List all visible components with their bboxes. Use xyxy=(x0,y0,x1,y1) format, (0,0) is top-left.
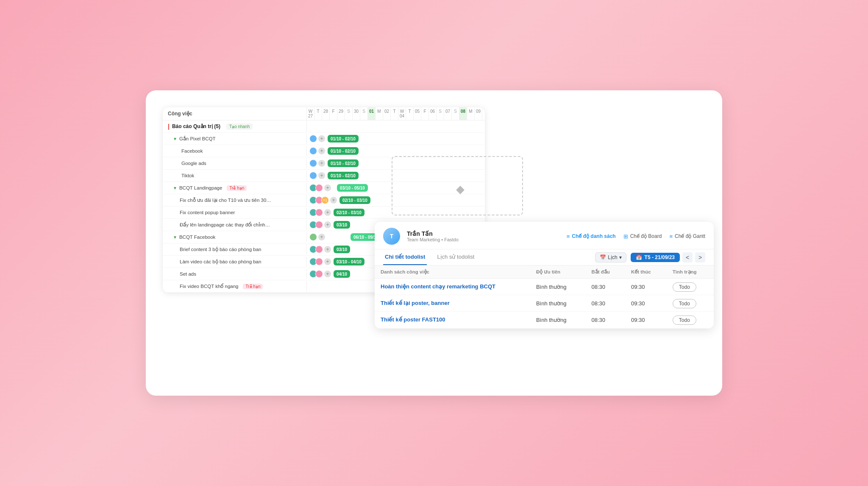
table-row: Hoàn thiện content chạy remarketing BCQT… xyxy=(375,279,714,295)
day-cell-01: 01 xyxy=(368,107,376,120)
add-assignee-button[interactable]: + xyxy=(318,148,325,154)
task-priority-1: Bình thường xyxy=(530,279,586,295)
gantt-timeline-header: W 27 T 28 F 29 S 30 S 01 M 02 T W 04 T 0… xyxy=(307,107,485,120)
subgroup2-label: BCQT Landingpage xyxy=(179,185,222,190)
tiktok-label: Tiktok xyxy=(181,173,194,178)
prev-date-button[interactable]: < xyxy=(682,252,693,263)
gantt-subgroup1-row: ▼ Gắn Pixel BCQT + 01/10 - 02/10 xyxy=(163,133,485,145)
list-icon: ≡ xyxy=(567,233,570,240)
fixvideo-label: Fix video BCQT khổ ngang xyxy=(180,283,238,289)
gantt-facebook-bar: + 01/10 - 02/10 xyxy=(307,145,485,157)
gantt-header: Công việc W 27 T 28 F 29 S 30 S 01 M 02 … xyxy=(163,107,485,120)
lich-button[interactable]: 📅 Lịch ▾ xyxy=(595,252,626,263)
day-cell: T xyxy=(391,107,398,120)
board-icon: ⊞ xyxy=(623,233,628,240)
todo-panel: T Trần Tấn Team Marketing • Fastdo ≡ Chế… xyxy=(375,222,714,329)
tab-lich-su[interactable]: Lịch sử todolist xyxy=(435,249,476,265)
arrow-icon: ▼ xyxy=(173,235,177,240)
gantt-bar-video: 03/10 - 04/10 xyxy=(334,258,364,265)
avatar xyxy=(309,159,317,167)
col-header-start: Bắt đầu xyxy=(585,265,625,279)
add-assignee-button[interactable]: + xyxy=(324,271,331,277)
day-cell: M xyxy=(467,107,475,120)
push-label: Đẩy lên landingpage các thay đổi chỉnh… xyxy=(180,222,270,227)
add-assignee-button[interactable]: + xyxy=(324,184,331,191)
gantt-bar-tiktok: 01/10 - 02/10 xyxy=(328,172,359,179)
gantt-icon: ≡ xyxy=(669,233,673,240)
task-end-3: 09:30 xyxy=(625,312,667,328)
col-header-priority: Độ ưu tiên xyxy=(530,265,586,279)
gantt-subgroup2-title: ▼ BCQT Landingpage Trễ hạn xyxy=(163,183,307,193)
day-cell: 28 xyxy=(322,107,330,120)
avatar-initials: T xyxy=(383,228,400,245)
gantt-task-fix1-title: Fix chỗ ưu đãi lại cho T10 và ưu tiên 30… xyxy=(163,195,307,205)
add-assignee-button[interactable]: + xyxy=(324,246,331,253)
view-mode-gantt[interactable]: ≡ Chế độ Gantt xyxy=(669,233,705,240)
col-header-end: Kết thúc xyxy=(625,265,667,279)
fix1-label: Fix chỗ ưu đãi lại cho T10 và ưu tiên 30… xyxy=(180,197,271,203)
add-assignee-button[interactable]: + xyxy=(324,258,331,265)
task-status-1: Todo xyxy=(667,279,714,295)
arrow-icon: ▼ xyxy=(173,137,177,141)
add-assignee-button[interactable]: + xyxy=(324,209,331,216)
day-cell: T xyxy=(406,107,414,120)
gantt-task-fixvideo-title: Fix video BCQT khổ ngang Trễ hạn xyxy=(163,281,307,291)
gantt-task-brief-title: Brief content 3 bộ báo cáo phòng ban xyxy=(163,244,307,254)
avatar xyxy=(315,221,323,229)
gantt-bar-setads: 04/10 xyxy=(334,270,350,278)
add-assignee-button[interactable]: + xyxy=(318,172,325,179)
gantt-bar-brief: 03/10 xyxy=(334,246,350,253)
brief-label: Brief content 3 bộ báo cáo phòng ban xyxy=(180,247,261,252)
dotted-selection-box xyxy=(392,156,523,215)
gantt-task-googleads-title: Google ads xyxy=(163,158,307,168)
day-cell: 05 xyxy=(414,107,421,120)
day-cell: F xyxy=(330,107,337,120)
cal-icon: 📅 xyxy=(636,254,642,260)
add-assignee-button[interactable]: + xyxy=(318,160,325,167)
add-assignee-button[interactable]: + xyxy=(318,135,325,142)
status-badge[interactable]: Todo xyxy=(673,299,696,308)
col-header-status: Tình trạng xyxy=(667,265,714,279)
avatar xyxy=(315,209,323,216)
tab-chi-tiet[interactable]: Chi tiết todolist xyxy=(383,249,427,265)
avatar-count: +1 xyxy=(321,196,329,204)
table-row: Thiết kế lại poster, banner Bình thường … xyxy=(375,295,714,312)
status-badge[interactable]: Todo xyxy=(673,316,696,325)
task-end-2: 09:30 xyxy=(625,295,667,312)
gantt-task-facebook-row: Facebook + 01/10 - 02/10 xyxy=(163,145,485,157)
create-quick-button[interactable]: Tạo nhanh xyxy=(226,123,253,130)
avatar xyxy=(309,172,317,179)
gantt-task-fix2-title: Fix content popup banner xyxy=(163,207,307,218)
gantt-task-facebook-title: Facebook xyxy=(163,146,307,156)
view-mode-list[interactable]: ≡ Chế độ danh sách xyxy=(567,233,616,240)
task-name-3[interactable]: Thiết kế poster FAST100 xyxy=(375,312,530,328)
add-assignee-button[interactable]: + xyxy=(330,197,337,204)
task-name-2[interactable]: Thiết kế lại poster, banner xyxy=(375,295,530,312)
task-name-1[interactable]: Hoàn thiện content chạy remarketing BCQT xyxy=(375,279,530,295)
day-cell: 30 xyxy=(353,107,360,120)
day-cell: 07 xyxy=(444,107,452,120)
task-priority-2: Bình thường xyxy=(530,295,586,312)
user-sub: Team Marketing • Fastdo xyxy=(407,237,560,242)
fix2-label: Fix content popup banner xyxy=(180,210,235,215)
task-end-1: 09:30 xyxy=(625,279,667,295)
add-assignee-button[interactable]: + xyxy=(324,221,331,228)
video-label: Làm video các bộ báo cáo phòng ban xyxy=(180,259,261,264)
facebook-label: Facebook xyxy=(181,148,203,154)
late-badge-2: Trễ hạn xyxy=(243,284,263,289)
next-date-button[interactable]: > xyxy=(695,252,705,263)
add-assignee-button[interactable]: + xyxy=(318,234,325,240)
view-mode-board[interactable]: ⊞ Chế độ Board xyxy=(623,233,662,240)
date-label: 📅 T5 - 21/09/23 xyxy=(631,253,680,262)
task-start-2: 08:30 xyxy=(585,295,625,312)
gantt-subgroup1-title: ▼ Gắn Pixel BCQT xyxy=(163,134,307,144)
task-status-2: Todo xyxy=(667,295,714,312)
day-cell: S xyxy=(360,107,368,120)
todo-table: Danh sách công việc Độ ưu tiên Bắt đầu K… xyxy=(375,265,714,329)
subgroup3-label: BCQT Facebook xyxy=(179,235,215,240)
status-badge[interactable]: Todo xyxy=(673,282,696,292)
avatar xyxy=(309,233,317,241)
gantt-group1-bar-area xyxy=(307,120,485,132)
task-priority-3: Bình thường xyxy=(530,312,586,328)
gantt-task-push-title: Đẩy lên landingpage các thay đổi chỉnh… xyxy=(163,220,307,230)
